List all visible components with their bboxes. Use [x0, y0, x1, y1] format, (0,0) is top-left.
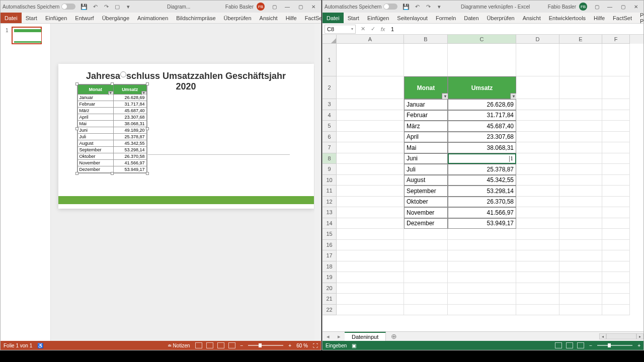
cell[interactable] [448, 283, 516, 294]
row-header[interactable]: 13 [323, 207, 337, 218]
cell[interactable] [404, 283, 448, 294]
cell[interactable] [337, 99, 404, 110]
cell[interactable] [448, 305, 516, 316]
cell[interactable] [602, 110, 630, 121]
add-sheet-button[interactable]: ⊕ [386, 332, 402, 340]
toggle-icon[interactable] [61, 4, 75, 10]
cell[interactable] [516, 99, 559, 110]
cell[interactable]: 53.298,14 [448, 186, 516, 197]
cell[interactable]: 53.949,17 [448, 218, 516, 229]
ribbon-collapse-icon[interactable]: ▢ [591, 3, 602, 11]
cell[interactable] [404, 305, 448, 316]
tab-hilfe[interactable]: Hilfe [282, 13, 301, 23]
row-header[interactable]: 12 [323, 197, 337, 208]
hscroll-right[interactable]: ▸ [636, 333, 643, 339]
cell[interactable] [516, 153, 559, 164]
cell[interactable]: 38.068,31 [448, 142, 516, 153]
zoom-in-button[interactable]: + [288, 343, 291, 348]
name-box[interactable]: C8▾ [325, 25, 356, 34]
cell[interactable] [559, 142, 602, 153]
cell[interactable] [559, 99, 602, 110]
cell[interactable] [337, 261, 404, 273]
select-all-corner[interactable] [323, 35, 337, 44]
undo-icon[interactable]: ↶ [92, 3, 99, 10]
row-header[interactable]: 21 [323, 294, 337, 305]
tab-uebergaenge[interactable]: Übergänge [98, 13, 133, 23]
cell[interactable] [559, 272, 602, 283]
cell[interactable] [404, 272, 448, 283]
worksheet-grid[interactable]: 12Monat▾Umsatz▾3Januar26.628,694Februar3… [323, 44, 643, 331]
cell[interactable] [559, 76, 602, 99]
normal-view-icon[interactable] [555, 342, 562, 348]
cell[interactable] [404, 229, 448, 240]
zoom-out-button[interactable]: − [589, 343, 592, 348]
cell[interactable] [559, 186, 602, 197]
row-header[interactable]: 16 [323, 240, 337, 251]
zoom-out-button[interactable]: − [240, 343, 244, 348]
tab-ansicht[interactable]: Ansicht [256, 13, 282, 23]
vertical-scrollbar[interactable] [314, 24, 321, 341]
cell[interactable]: 26.370,58 [448, 197, 516, 208]
embedded-excel-object[interactable]: Monat▾Umsatz▾Januar26.628,69Februar31.71… [77, 84, 147, 173]
touch-mode-icon[interactable]: ▢ [114, 3, 121, 10]
row-header[interactable]: 15 [323, 229, 337, 240]
cancel-formula-button[interactable]: ✕ [358, 26, 368, 32]
column-header-b[interactable]: B [404, 35, 448, 44]
tab-datei[interactable]: Datei [323, 13, 344, 23]
cell[interactable]: April [404, 132, 448, 143]
row-header[interactable]: 17 [323, 250, 337, 261]
row-header[interactable]: 9 [323, 164, 337, 175]
tab-seitenlayout[interactable]: Seitenlayout [393, 13, 432, 23]
cell[interactable] [516, 175, 559, 186]
cell[interactable] [559, 44, 602, 76]
cell[interactable] [602, 283, 630, 294]
row-header[interactable]: 7 [323, 142, 337, 153]
cell[interactable] [602, 294, 630, 305]
maximize-button[interactable]: ▢ [295, 3, 306, 11]
cell[interactable] [559, 229, 602, 240]
resize-handle[interactable] [75, 172, 78, 175]
cell[interactable] [516, 218, 559, 229]
resize-handle[interactable] [111, 172, 114, 175]
cell[interactable] [559, 305, 602, 316]
row-header[interactable]: 10 [323, 175, 337, 186]
cell[interactable] [602, 175, 630, 186]
tab-ueberpruefen[interactable]: Überprüfen [220, 13, 256, 23]
fx-button[interactable]: fx [378, 26, 388, 32]
tab-datei[interactable]: Datei [1, 13, 22, 23]
formula-input[interactable]: 1 [388, 26, 643, 32]
cell[interactable] [602, 132, 630, 143]
filter-icon[interactable]: ▾ [442, 93, 448, 99]
user-account[interactable]: Fabio Basler FB [548, 3, 587, 11]
cell[interactable] [448, 229, 516, 240]
cell[interactable] [602, 229, 630, 240]
cell[interactable]: 41.566,97 [448, 207, 516, 218]
cell[interactable] [559, 197, 602, 208]
zoom-slider[interactable] [597, 345, 632, 346]
cell[interactable] [337, 186, 404, 197]
cell[interactable] [448, 250, 516, 261]
tab-powerpivot[interactable]: Power Pivot [636, 13, 644, 23]
cell[interactable] [559, 110, 602, 121]
row-header[interactable]: 1 [323, 44, 337, 76]
reading-view-icon[interactable] [217, 342, 224, 348]
tab-hilfe[interactable]: Hilfe [590, 13, 609, 23]
cell[interactable] [337, 132, 404, 143]
row-header[interactable]: 4 [323, 110, 337, 121]
cell[interactable] [337, 272, 404, 283]
sheet-nav-left[interactable]: ◂ [323, 333, 334, 340]
cell[interactable] [516, 132, 559, 143]
cell[interactable]: |1 [448, 153, 516, 164]
cell[interactable]: Mai [404, 142, 448, 153]
zoom-slider[interactable] [248, 345, 283, 346]
cell[interactable] [602, 218, 630, 229]
cell[interactable] [559, 153, 602, 164]
row-header[interactable]: 2 [323, 76, 337, 99]
undo-icon[interactable]: ↶ [414, 3, 421, 10]
minimize-button[interactable]: — [282, 3, 293, 11]
cell[interactable] [516, 250, 559, 261]
cell[interactable] [602, 153, 630, 164]
close-button[interactable]: ✕ [308, 3, 319, 11]
sheet-tab-dateninput[interactable]: Dateninput [345, 332, 386, 341]
row-header[interactable]: 20 [323, 283, 337, 294]
